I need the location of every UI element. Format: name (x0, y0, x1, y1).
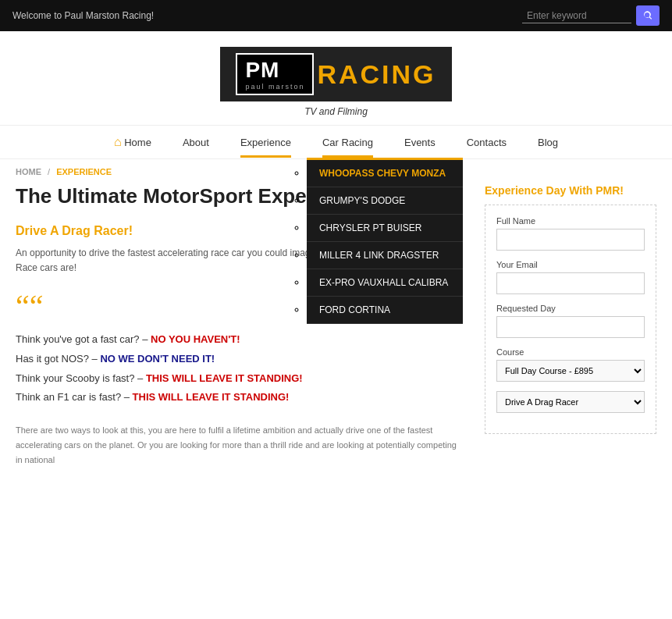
search-icon (642, 10, 653, 21)
body-text: There are two ways to look at this, you … (16, 423, 461, 467)
search-input[interactable] (522, 9, 631, 23)
email-label: Your Email (496, 260, 645, 269)
breadcrumb-home[interactable]: HOME (16, 167, 41, 176)
requested-day-label: Requested Day (496, 304, 645, 313)
sidebar-right: Experience Day With PMR! Full Name Your … (485, 184, 656, 467)
logo-subtitle: TV and Filming (304, 106, 368, 117)
dropdown-item-chrysler[interactable]: CHRYSLER PT BUISER (307, 215, 463, 242)
nav-item-experience[interactable]: Experience (225, 127, 307, 158)
topbar: Welcome to Paul Marston Racing! (0, 0, 672, 31)
nav-item-home[interactable]: ⌂ Home (98, 126, 167, 158)
experience-type-select[interactable]: Drive A Drag Racer Other Experience (496, 391, 645, 413)
breadcrumb-sep: / (48, 167, 50, 176)
requested-day-group: Requested Day (496, 304, 645, 338)
nav-container: ⌂ Home About Experience Car Racing WHOOP… (0, 125, 672, 159)
nav-item-contacts[interactable]: Contacts (451, 127, 522, 158)
highlight-lines: Think you've got a fast car? – NO YOU HA… (16, 330, 461, 407)
logo-area: PM paul marston RACING TV and Filming (0, 31, 672, 125)
nav-item-car-racing[interactable]: Car Racing WHOOPASS CHEVY MONZA GRUMPY'S… (307, 127, 389, 158)
experience-type-group: Drive A Drag Racer Other Experience (496, 391, 645, 413)
dropdown-item-expro[interactable]: EX-PRO VAUXHALL CALIBRA (307, 269, 463, 297)
logo-racing: RACING (317, 59, 436, 90)
nav-item-events[interactable]: Events (389, 127, 451, 158)
experience-day-title: Experience Day With PMR! (485, 184, 656, 197)
course-label: Course (496, 347, 645, 357)
nav-item-about[interactable]: About (167, 127, 225, 158)
booking-form: Full Name Your Email Requested Day Cours… (485, 205, 656, 434)
dropdown-item-miller[interactable]: MILLER 4 LINK DRAGSTER (307, 242, 463, 269)
dropdown-item-grumpy[interactable]: GRUMPY'S DODGE (307, 187, 463, 215)
course-group: Course Full Day Course - £895 Half Day C… (496, 347, 645, 382)
requested-day-input[interactable] (496, 316, 645, 338)
email-group: Your Email (496, 260, 645, 294)
logo-pm: PM paul marston (236, 53, 314, 95)
line-2: Has it got NOS? – NO WE DON'T NEED IT! (16, 350, 461, 369)
logo-box: PM paul marston RACING (220, 47, 451, 101)
search-button[interactable] (636, 5, 660, 26)
line-1: Think you've got a fast car? – NO YOU HA… (16, 330, 461, 350)
breadcrumb-current: EXPERIENCE (56, 167, 112, 176)
dropdown-item-ford[interactable]: FORD CORTINA (307, 297, 463, 324)
car-racing-dropdown: WHOOPASS CHEVY MONZA GRUMPY'S DODGE CHRY… (307, 158, 463, 324)
welcome-text: Welcome to Paul Marston Racing! (12, 10, 154, 21)
full-name-input[interactable] (496, 229, 645, 251)
main-nav: ⌂ Home About Experience Car Racing WHOOP… (0, 126, 672, 158)
full-name-group: Full Name (496, 216, 645, 251)
email-input[interactable] (496, 272, 645, 294)
search-area (522, 5, 660, 26)
dropdown-item-whoopass[interactable]: WHOOPASS CHEVY MONZA (307, 160, 463, 187)
full-name-label: Full Name (496, 216, 645, 226)
nav-item-blog[interactable]: Blog (522, 127, 574, 158)
line-4: Think an F1 car is fast? – THIS WILL LEA… (16, 388, 461, 407)
course-select[interactable]: Full Day Course - £895 Half Day Course O… (496, 360, 645, 382)
line-3: Think your Scooby is fast? – THIS WILL L… (16, 369, 461, 389)
home-icon: ⌂ (114, 135, 122, 148)
